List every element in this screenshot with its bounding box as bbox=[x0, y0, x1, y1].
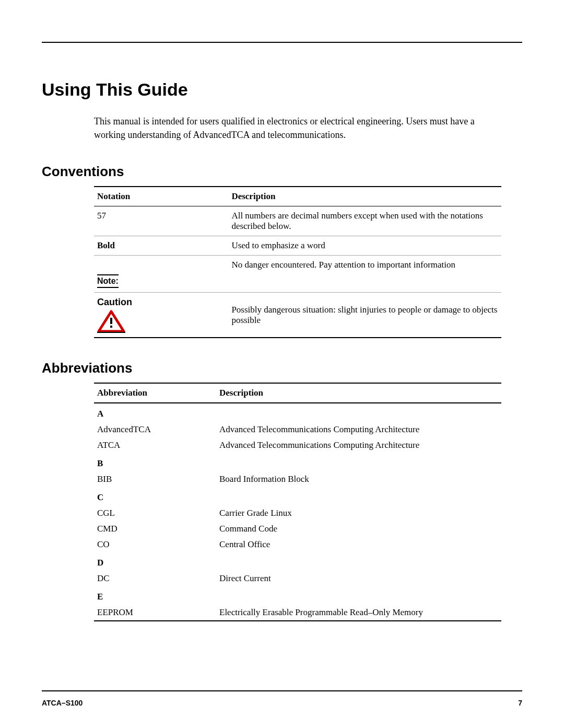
abbr-desc: Central Office bbox=[216, 537, 501, 552]
table-row: AdvancedTCA Advanced Telecommunications … bbox=[94, 422, 501, 437]
abbr-term: DC bbox=[94, 571, 216, 586]
conventions-heading: Conventions bbox=[42, 164, 522, 180]
table-row: Caution Possibly dangerous situation: sl… bbox=[94, 293, 501, 338]
caution-label: Caution bbox=[97, 297, 132, 308]
description-value: Possibly dangerous situation: slight inj… bbox=[228, 293, 501, 338]
abbr-term: CMD bbox=[94, 521, 216, 537]
footer-left: ATCA–S100 bbox=[42, 699, 83, 707]
empty-cell bbox=[216, 552, 501, 571]
abbreviations-table: Abbreviation Description A AdvancedTCA A… bbox=[94, 383, 501, 621]
page-title: Using This Guide bbox=[42, 79, 522, 100]
description-value: No danger encountered. Pay attention to … bbox=[228, 256, 501, 293]
section-letter: A bbox=[94, 403, 216, 422]
description-value: All numbers are decimal numbers except w… bbox=[228, 206, 501, 236]
warning-triangle-icon bbox=[97, 310, 125, 333]
caution-block: Caution bbox=[97, 297, 132, 333]
table-row: EEPROM Electrically Erasable Programmabl… bbox=[94, 605, 501, 621]
abbr-term: CGL bbox=[94, 505, 216, 521]
conventions-col-notation: Notation bbox=[94, 187, 228, 206]
footer-page-number: 7 bbox=[518, 699, 522, 707]
conventions-col-description: Description bbox=[228, 187, 501, 206]
empty-cell bbox=[216, 586, 501, 605]
table-row: ATCA Advanced Telecommunications Computi… bbox=[94, 437, 501, 453]
page-footer: ATCA–S100 7 bbox=[42, 699, 522, 707]
bottom-horizontal-rule bbox=[42, 690, 522, 691]
notation-caution: Caution bbox=[94, 293, 228, 338]
table-row: B bbox=[94, 453, 501, 471]
svg-rect-1 bbox=[110, 318, 112, 324]
intro-paragraph: This manual is intended for users qualif… bbox=[94, 114, 501, 142]
table-row: CO Central Office bbox=[94, 537, 501, 552]
section-letter: C bbox=[94, 487, 216, 505]
abbr-term: EEPROM bbox=[94, 605, 216, 621]
svg-rect-2 bbox=[110, 326, 112, 328]
table-row: CMD Command Code bbox=[94, 521, 501, 537]
abbr-desc: Carrier Grade Linux bbox=[216, 505, 501, 521]
table-row: D bbox=[94, 552, 501, 571]
notation-bold: Bold bbox=[94, 236, 228, 256]
abbr-desc: Advanced Telecommunications Computing Ar… bbox=[216, 437, 501, 453]
notation-value: 57 bbox=[94, 206, 228, 236]
section-letter: E bbox=[94, 586, 216, 605]
table-row: C bbox=[94, 487, 501, 505]
empty-cell bbox=[216, 403, 501, 422]
table-row: Note: No danger encountered. Pay attenti… bbox=[94, 256, 501, 293]
notation-note: Note: bbox=[94, 256, 228, 293]
abbr-desc: Advanced Telecommunications Computing Ar… bbox=[216, 422, 501, 437]
abbr-term: BIB bbox=[94, 471, 216, 487]
abbr-term: ATCA bbox=[94, 437, 216, 453]
bold-example: Bold bbox=[97, 240, 115, 250]
empty-cell bbox=[216, 487, 501, 505]
section-letter: D bbox=[94, 552, 216, 571]
abbr-col-abbreviation: Abbreviation bbox=[94, 383, 216, 403]
abbr-desc: Electrically Erasable Programmable Read–… bbox=[216, 605, 501, 621]
table-row: BIB Board Information Block bbox=[94, 471, 501, 487]
table-row: A bbox=[94, 403, 501, 422]
abbr-desc: Command Code bbox=[216, 521, 501, 537]
abbreviations-heading: Abbreviations bbox=[42, 360, 522, 376]
abbr-desc: Board Information Block bbox=[216, 471, 501, 487]
conventions-table: Notation Description 57 All numbers are … bbox=[94, 186, 501, 338]
empty-cell bbox=[216, 453, 501, 471]
table-row: E bbox=[94, 586, 501, 605]
top-horizontal-rule bbox=[42, 42, 522, 43]
table-row: CGL Carrier Grade Linux bbox=[94, 505, 501, 521]
section-letter: B bbox=[94, 453, 216, 471]
conventions-table-wrap: Notation Description 57 All numbers are … bbox=[94, 186, 501, 338]
abbr-desc: Direct Current bbox=[216, 571, 501, 586]
table-row: DC Direct Current bbox=[94, 571, 501, 586]
table-row: Bold Used to emphasize a word bbox=[94, 236, 501, 256]
description-value: Used to emphasize a word bbox=[228, 236, 501, 256]
abbreviations-table-wrap: Abbreviation Description A AdvancedTCA A… bbox=[94, 383, 501, 621]
abbr-col-description: Description bbox=[216, 383, 501, 403]
abbr-term: AdvancedTCA bbox=[94, 422, 216, 437]
note-label: Note: bbox=[97, 274, 119, 288]
table-row: 57 All numbers are decimal numbers excep… bbox=[94, 206, 501, 236]
abbr-term: CO bbox=[94, 537, 216, 552]
